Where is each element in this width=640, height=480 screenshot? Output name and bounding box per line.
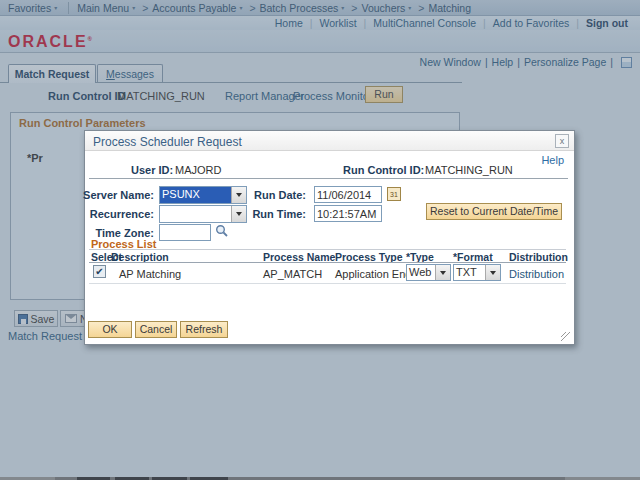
user-id-value: MAJORD (175, 164, 221, 176)
dropdown-arrow-icon[interactable] (485, 265, 500, 280)
type-select[interactable]: Web (406, 264, 451, 281)
server-name-value: PSUNX (160, 187, 231, 203)
table-border (89, 283, 566, 284)
run-date-input[interactable] (314, 186, 382, 203)
recurrence-value (160, 206, 231, 222)
time-zone-input[interactable] (159, 224, 211, 241)
dialog-divider (89, 178, 568, 179)
distribution-link[interactable]: Distribution (509, 268, 564, 280)
run-time-input[interactable] (314, 205, 382, 222)
dialog-titlebar: Process Scheduler Request x (85, 131, 574, 151)
dialog-title: Process Scheduler Request (93, 135, 242, 149)
dialog-run-control-id-value: MATCHING_RUN (425, 164, 513, 176)
dropdown-arrow-icon[interactable] (231, 206, 246, 222)
type-value: Web (407, 265, 435, 280)
table-border (89, 249, 566, 250)
format-select[interactable]: TXT (453, 264, 501, 281)
user-id-label: User ID: (131, 164, 173, 176)
recurrence-select[interactable] (159, 205, 247, 223)
lookup-magnifier-icon[interactable] (215, 224, 229, 238)
dialog-run-control-id-label: Run Control ID: (343, 164, 424, 176)
server-name-select[interactable]: PSUNX (159, 186, 247, 204)
resize-grip[interactable] (561, 332, 571, 342)
reset-date-time-button[interactable]: Reset to Current Date/Time (426, 203, 562, 220)
dialog-help-link[interactable]: Help (541, 154, 564, 166)
refresh-button[interactable]: Refresh (180, 321, 228, 338)
dropdown-arrow-icon[interactable] (435, 265, 450, 280)
ok-button[interactable]: OK (88, 321, 132, 338)
cell-description: AP Matching (119, 268, 181, 280)
cancel-button[interactable]: Cancel (135, 321, 177, 338)
process-scheduler-request-dialog: Process Scheduler Request x Help User ID… (84, 130, 575, 345)
run-time-label: Run Time: (252, 208, 306, 220)
dropdown-arrow-icon[interactable] (231, 187, 246, 203)
run-date-label: Run Date: (254, 189, 306, 201)
process-select-checkbox[interactable]: ✔ (93, 265, 106, 278)
calendar-prompt-icon[interactable]: 31 (387, 187, 401, 201)
cell-process-name: AP_MATCH (263, 268, 322, 280)
format-value: TXT (454, 265, 485, 280)
screen: Favorites ▾ Main Menu ▾ > Accounts Payab… (0, 0, 640, 480)
recurrence-label: Recurrence: (90, 208, 154, 220)
close-icon[interactable]: x (555, 134, 569, 148)
table-border (89, 262, 566, 263)
server-name-label: Server Name: (83, 189, 154, 201)
